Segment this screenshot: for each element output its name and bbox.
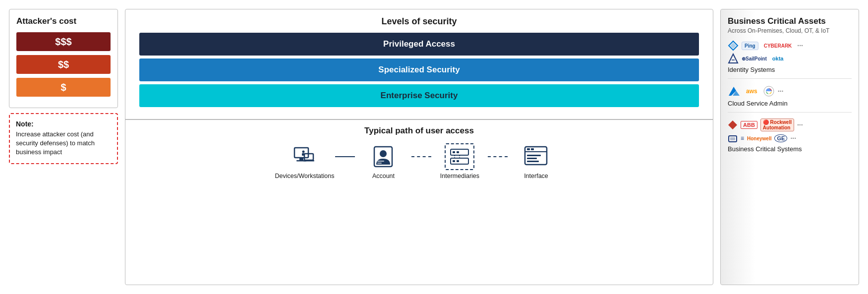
connector-3 [487, 156, 509, 157]
equals-icon: ≡ [741, 135, 744, 142]
svg-rect-0 [294, 148, 308, 158]
svg-rect-9 [377, 161, 384, 162]
intermediaries-label: Intermediaries [440, 173, 479, 179]
path-title: Typical path of user access [132, 126, 706, 136]
connector-1 [334, 156, 356, 157]
aws-logo: aws [744, 87, 760, 96]
svg-rect-12 [453, 151, 455, 153]
rockwell-logo: 🔴 RockwellAutomation [760, 118, 794, 131]
identity-logos-2: ⊕SailPoint okta [728, 53, 852, 64]
svg-rect-23 [527, 155, 541, 156]
dashed-line-2 [488, 156, 508, 157]
azure-ad-icon [728, 40, 739, 51]
account-label: Account [372, 173, 395, 179]
account-icon [370, 144, 396, 170]
dashed-line-1 [411, 156, 431, 157]
attacker-cost-title: Attacker's cost [16, 16, 111, 26]
main-container: Attacker's cost $$$ $$ $ Note: Increase … [0, 0, 868, 294]
intermediaries-dashed-box [445, 143, 474, 170]
svg-rect-1 [299, 158, 303, 160]
small-device-icon [728, 133, 738, 143]
levels-title: Levels of security [132, 16, 706, 27]
svg-rect-22 [531, 148, 534, 150]
left-panel: Attacker's cost $$$ $$ $ Note: Increase … [9, 9, 118, 285]
svg-point-8 [380, 150, 387, 157]
cloud-logos: aws ··· [728, 85, 852, 98]
cloud-service-group: aws ··· Cloud Service Admin [728, 85, 852, 113]
cost-bar-medium: $$ [16, 55, 111, 74]
biz-logos-2: ≡ Honeywell GE ··· [728, 133, 852, 143]
middle-panel: Levels of security Privileged Access Spe… [125, 9, 713, 285]
interface-icon [523, 144, 549, 170]
attacker-cost-box: Attacker's cost $$$ $$ $ [9, 9, 118, 108]
svg-rect-25 [527, 161, 539, 162]
cost-bar-high: $$$ [16, 32, 111, 51]
svg-rect-21 [527, 148, 530, 150]
gcp-icon [763, 85, 775, 97]
right-panel: Business Critical Assets Across On-Premi… [720, 9, 859, 285]
note-text: Increase attacker cost (and security def… [16, 130, 111, 157]
arcsight-icon [728, 53, 739, 64]
cost-bar-low: $ [16, 78, 111, 97]
honeywell-logo: Honeywell [747, 136, 771, 141]
svg-point-5 [302, 150, 305, 153]
right-subtitle: Across On-Premises, Cloud, OT, & IoT [728, 27, 852, 34]
svg-rect-10 [377, 163, 382, 164]
right-title: Business Critical Assets [728, 16, 852, 26]
devices-label: Devices/Workstations [275, 173, 335, 179]
security-levels: Privileged Access Specialized Security E… [132, 33, 706, 114]
more-dots-3: ··· [797, 121, 803, 129]
more-dots-1: ··· [797, 42, 803, 50]
path-item-devices: Devices/Workstations [275, 144, 335, 179]
biz-critical-group: ABB 🔴 RockwellAutomation ··· ≡ Honeywell… [728, 118, 852, 158]
solid-line-1 [335, 156, 355, 157]
svg-rect-16 [457, 160, 459, 162]
svg-marker-28 [729, 54, 738, 63]
path-section: Typical path of user access [125, 120, 713, 285]
path-item-intermediaries: Intermediaries [432, 144, 487, 179]
ge-logo: GE [774, 134, 787, 142]
svg-rect-6 [302, 153, 305, 156]
azure-icon [728, 85, 741, 98]
right-content: Business Critical Assets Across On-Premi… [728, 16, 852, 158]
path-item-account: Account [356, 144, 410, 179]
ping-logo: Ping [742, 42, 758, 50]
sailpoint-logo: ⊕SailPoint [742, 56, 767, 61]
biz-logos-1: ABB 🔴 RockwellAutomation ··· [728, 118, 852, 131]
biz-critical-label: Business Critical Systems [728, 145, 852, 153]
privileged-access-level: Privileged Access [139, 33, 699, 56]
cyberark-logo: CYBERARK [761, 42, 795, 50]
svg-rect-13 [457, 151, 459, 153]
path-item-interface: Interface [509, 144, 563, 179]
cloud-label: Cloud Service Admin [728, 100, 852, 107]
levels-section: Levels of security Privileged Access Spe… [125, 9, 713, 119]
interface-label: Interface [524, 173, 548, 179]
note-title: Note: [16, 120, 111, 128]
more-dots-2: ··· [778, 87, 784, 95]
note-box: Note: Increase attacker cost (and securi… [9, 113, 118, 164]
abb-logo: ABB [741, 121, 757, 129]
svg-rect-24 [527, 158, 537, 159]
svg-marker-33 [728, 120, 737, 129]
okta-logo: okta [770, 55, 786, 62]
intermediaries-icon [447, 144, 472, 170]
svg-rect-15 [453, 160, 455, 162]
more-dots-4: ··· [790, 134, 796, 142]
connector-2 [410, 156, 432, 157]
devices-icon [291, 144, 317, 170]
diamond-icon [728, 120, 738, 130]
path-row: Devices/Workstations [132, 144, 706, 179]
svg-rect-4 [303, 160, 314, 162]
svg-rect-35 [730, 137, 735, 140]
enterprise-security-level: Enterprise Security [139, 84, 699, 107]
identity-label: Identity Systems [728, 66, 852, 73]
identity-logos: Ping CYBERARK ··· [728, 40, 852, 51]
specialized-security-level: Specialized Security [139, 59, 699, 81]
identity-systems-group: Ping CYBERARK ··· ⊕SailPoint okta Identi… [728, 40, 852, 79]
